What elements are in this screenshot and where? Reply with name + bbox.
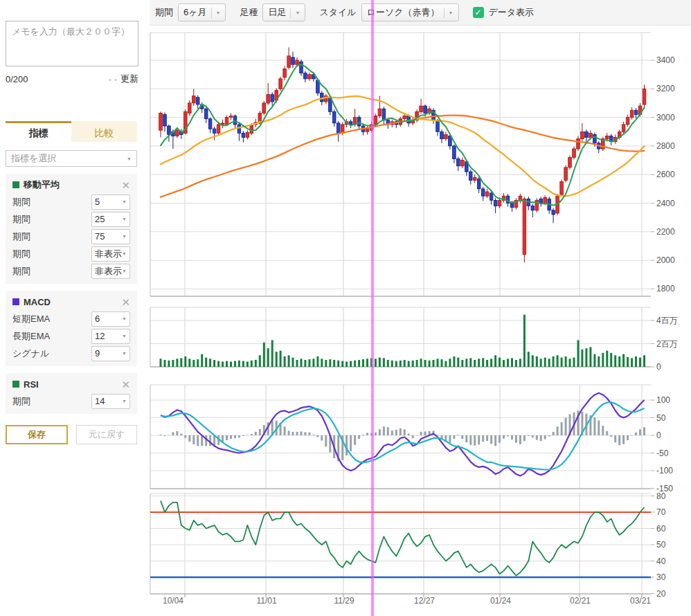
chevron-down-icon: ▼ [449,10,454,15]
divider [444,8,445,18]
svg-text:20: 20 [656,589,666,599]
volume-bars [160,315,646,367]
param-value: 非表示 [95,248,122,260]
param-value: 12 [95,331,105,341]
chart-toolbar: 期間 6ヶ月 ▼ 足種 日足 ▼ スタイル ローソク（赤青） [150,0,691,26]
param-label: 期間 [12,395,91,408]
svg-text:2400: 2400 [656,199,675,208]
svg-text:2800: 2800 [656,141,675,151]
param-row: 期間 5▼ [12,193,130,210]
bartype-label: 足種 [240,6,258,19]
memo-input[interactable] [6,21,138,66]
svg-text:3400: 3400 [656,55,675,65]
stock-chart: 3400320030002800260024002200200018004百万2… [150,0,691,616]
reset-button[interactable]: 元に戻す [76,425,137,444]
section-header: MACD ✕ [12,293,130,310]
stock-chart-app: 0/200 - - 更新 指標 比較 指標を選択 ▼ 移動平均 ✕ 期間 5▼ … [0,0,691,616]
svg-text:2百万: 2百万 [656,339,678,349]
svg-text:-100: -100 [656,466,673,475]
section-macd: MACD ✕ 短期EMA 6▼ 長期EMA 12▼ シグナル 9▼ [6,291,137,366]
param-row: 期間 25▼ [12,210,130,228]
svg-text:03/21: 03/21 [630,596,651,606]
chevron-down-icon: ▼ [122,399,127,404]
param-select[interactable]: 12▼ [91,329,130,344]
param-value: 5 [95,197,100,207]
save-button[interactable]: 保存 [6,425,68,444]
param-select[interactable]: 非表示▼ [91,264,130,279]
period-dropdown[interactable]: 6ヶ月 ▼ [178,3,226,21]
close-icon[interactable]: ✕ [121,379,130,390]
param-label: 短期EMA [12,313,91,325]
bartype-group: 足種 日足 ▼ [240,3,305,21]
moving-average-lines [161,64,645,205]
chart-main: 期間 6ヶ月 ▼ 足種 日足 ▼ スタイル ローソク（赤青） [150,0,691,616]
svg-text:100: 100 [656,395,670,405]
svg-text:12/27: 12/27 [414,596,435,606]
param-value: 14 [95,396,105,406]
data-display-checkbox[interactable]: ✓ [473,7,484,18]
param-row: 期間 75▼ [12,228,130,245]
param-value: 25 [95,214,105,224]
svg-text:2600: 2600 [656,170,675,179]
chevron-down-icon: ▼ [122,217,127,221]
param-row: 期間 非表示▼ [12,262,130,280]
param-select[interactable]: 5▼ [91,194,130,210]
param-row: 短期EMA 6▼ [12,310,130,327]
param-label: 期間 [12,196,91,208]
param-select[interactable]: 6▼ [91,311,130,327]
close-icon[interactable]: ✕ [121,180,130,190]
tab-indicators[interactable]: 指標 [6,121,71,142]
param-select[interactable]: 25▼ [91,212,130,227]
chevron-down-icon: ▼ [127,156,132,161]
style-dropdown[interactable]: ローソク（赤青） ▼ [361,3,459,21]
svg-text:-50: -50 [656,449,669,458]
section-moving-average: 移動平均 ✕ 期間 5▼ 期間 25▼ 期間 75▼ 期間 非表示▼ 期間 非表… [6,174,137,284]
section-title: RSI [24,379,39,390]
param-select[interactable]: 9▼ [91,346,130,361]
param-label: 期間 [12,230,91,243]
svg-text:01/24: 01/24 [490,596,511,606]
svg-text:60: 60 [656,524,666,534]
param-row: 期間 非表示▼ [12,245,130,262]
chevron-down-icon: ▼ [216,10,221,15]
param-label: 期間 [12,248,91,260]
section-header: 移動平均 ✕ [12,176,130,193]
style-group: スタイル ローソク（赤青） ▼ [319,3,458,21]
memo-char-counter: 0/200 [6,74,109,84]
data-display-label: データ表示 [489,6,535,19]
param-value: 非表示 [95,265,122,278]
svg-text:0: 0 [656,431,661,440]
close-icon[interactable]: ✕ [121,297,130,307]
param-value: 6 [95,314,100,324]
memo-timestamp: - - [109,74,117,84]
param-value: 75 [95,231,105,242]
svg-text:10/04: 10/04 [163,596,183,606]
indicator-select[interactable]: 指標を選択 ▼ [6,150,137,167]
section-header: RSI ✕ [12,376,130,392]
param-select[interactable]: 14▼ [91,394,130,409]
param-row: 期間 14▼ [12,392,130,410]
svg-text:11/29: 11/29 [334,596,354,606]
svg-text:0: 0 [656,362,661,372]
param-select[interactable]: 非表示▼ [91,246,130,262]
svg-text:30: 30 [656,572,666,582]
chevron-down-icon: ▼ [122,269,127,273]
period-label: 期間 [155,6,173,19]
svg-text:02/21: 02/21 [570,596,591,606]
divider [290,8,291,18]
rsi-color-swatch [12,381,19,388]
period-group: 期間 6ヶ月 ▼ [155,3,226,21]
memo-update-button[interactable]: 更新 [120,73,138,85]
svg-text:2000: 2000 [656,255,675,265]
param-label: 長期EMA [12,330,91,343]
style-value: ローソク（赤青） [367,6,440,19]
data-display-group: ✓ データ表示 [473,6,535,19]
param-select[interactable]: 75▼ [91,229,130,244]
svg-text:4百万: 4百万 [656,316,678,325]
divider [211,8,212,18]
sidebar-tabs: 指標 比較 [6,121,137,142]
param-row: シグナル 9▼ [12,345,130,362]
tab-compare[interactable]: 比較 [71,121,137,142]
svg-text:40: 40 [656,556,666,566]
bartype-dropdown[interactable]: 日足 ▼ [262,3,305,21]
